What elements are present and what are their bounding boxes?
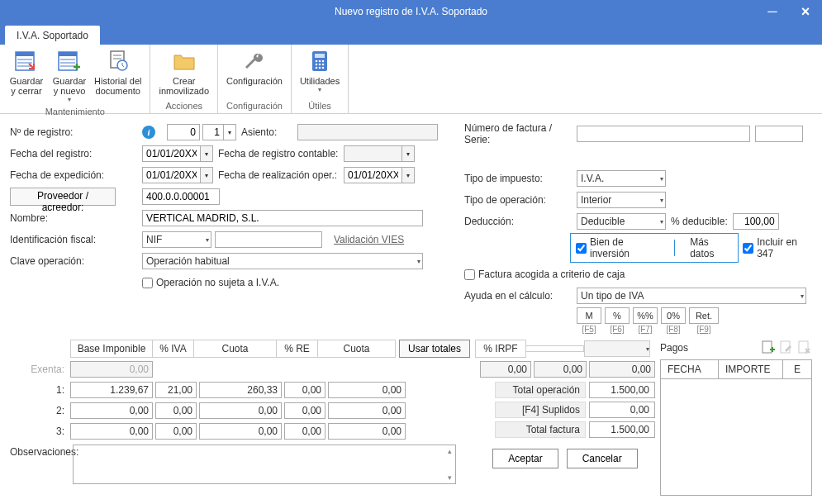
label-deduccion: Deducción: bbox=[464, 216, 577, 227]
label-observaciones: Observaciones: bbox=[10, 445, 73, 484]
n-registro-b-input[interactable] bbox=[202, 124, 224, 140]
r3-piva[interactable]: 0,00 bbox=[155, 423, 197, 440]
calc-m-button[interactable]: M bbox=[577, 307, 601, 324]
titlebar: Nuevo registro de I.V.A. Soportado ─ × bbox=[0, 0, 822, 23]
deduccion-combo[interactable]: Deducible▾ bbox=[577, 213, 666, 230]
label-asiento: Asiento: bbox=[236, 126, 297, 138]
svg-point-17 bbox=[319, 60, 321, 63]
fecha-expedicion-input[interactable] bbox=[142, 167, 200, 183]
exenta-base[interactable]: 0,00 bbox=[70, 361, 153, 378]
suplidos[interactable]: 0,00 bbox=[589, 402, 655, 418]
clave-op-combo[interactable]: Operación habitual▾ bbox=[142, 253, 423, 269]
calc-zero-button[interactable]: 0% bbox=[661, 307, 686, 324]
page-add-icon[interactable] bbox=[761, 340, 776, 355]
tipo-operacion-combo[interactable]: Interior▾ bbox=[577, 192, 666, 208]
page-edit-icon[interactable] bbox=[779, 340, 794, 355]
tab-iva-soportado[interactable]: I.V.A. Soportado bbox=[5, 26, 100, 45]
fecha-registro-input[interactable] bbox=[142, 145, 200, 162]
pct-deducible-input[interactable] bbox=[733, 213, 779, 230]
r1-cuota2[interactable]: 0,00 bbox=[328, 382, 406, 398]
fecha-expedicion-drop[interactable]: ▾ bbox=[200, 167, 213, 183]
label-n-registro: Nº de registro: bbox=[10, 126, 142, 138]
irpf-b[interactable]: 0,00 bbox=[534, 361, 587, 378]
incluir-347-checkbox[interactable] bbox=[743, 243, 753, 254]
aceptar-button[interactable]: Aceptar bbox=[492, 449, 558, 468]
label-tipo-impuesto: Tipo de impuesto: bbox=[464, 173, 577, 184]
r2-cuota2[interactable]: 0,00 bbox=[328, 402, 406, 419]
factura-caja-checkbox[interactable] bbox=[464, 269, 475, 280]
proveedor-input[interactable] bbox=[142, 188, 220, 205]
cancelar-button[interactable]: Cancelar bbox=[567, 449, 638, 468]
n-registro-drop[interactable]: ▾ bbox=[224, 124, 236, 140]
r1-pre[interactable]: 0,00 bbox=[284, 382, 325, 398]
r2-pre[interactable]: 0,00 bbox=[284, 402, 325, 419]
r2-cuota[interactable]: 0,00 bbox=[199, 402, 282, 419]
save-new-icon bbox=[56, 48, 83, 74]
n-registro-a-input[interactable] bbox=[167, 124, 200, 140]
guardar-nuevo-button[interactable]: Guardar y nuevo ▾ bbox=[48, 46, 91, 105]
mas-datos-link[interactable]: Más datos bbox=[690, 236, 732, 259]
fecha-reg-contable-drop[interactable]: ▾ bbox=[401, 145, 415, 162]
irpf-a[interactable]: 0,00 bbox=[480, 361, 531, 378]
close-button[interactable]: × bbox=[789, 0, 822, 23]
ayuda-calculo-combo[interactable]: Un tipo de IVA▾ bbox=[577, 288, 806, 304]
r1-piva[interactable]: 21,00 bbox=[155, 382, 197, 398]
fecha-reg-contable-input[interactable] bbox=[344, 145, 401, 162]
calc-ret-button[interactable]: Ret. bbox=[689, 307, 719, 324]
page-delete-icon[interactable] bbox=[797, 340, 812, 355]
label-suplidos[interactable]: [F4] Suplidos bbox=[495, 402, 586, 418]
wrench-icon bbox=[241, 48, 268, 74]
tipo-impuesto-combo[interactable]: I.V.A.▾ bbox=[577, 170, 666, 187]
ribbon: Guardar y cerrar Guardar y nuevo ▾ Histo… bbox=[0, 45, 822, 114]
svg-rect-15 bbox=[315, 54, 325, 58]
row-1-label: 1: bbox=[10, 384, 68, 396]
label-bien-inversion: Bien de inversión bbox=[590, 236, 659, 259]
utilidades-button[interactable]: Utilidades ▾ bbox=[297, 46, 343, 99]
num-factura-input[interactable] bbox=[577, 126, 750, 142]
id-fiscal-input[interactable] bbox=[215, 231, 322, 248]
info-icon[interactable]: i bbox=[142, 126, 155, 139]
r1-base[interactable]: 1.239,67 bbox=[70, 382, 153, 398]
dropdown-icon: ▾ bbox=[318, 86, 321, 93]
configuracion-button[interactable]: Configuración bbox=[223, 46, 286, 99]
total-factura: 1.500,00 bbox=[589, 421, 655, 438]
r3-cuota[interactable]: 0,00 bbox=[199, 423, 282, 440]
proveedor-button[interactable]: Proveedor / acreedor: bbox=[10, 188, 116, 206]
serie-input[interactable] bbox=[755, 126, 803, 142]
r3-pre[interactable]: 0,00 bbox=[284, 423, 325, 440]
usar-totales-button[interactable]: Usar totales bbox=[399, 340, 470, 358]
crear-inmovilizado-button[interactable]: Crear inmovilizado bbox=[155, 46, 212, 99]
fecha-real-oper-drop[interactable]: ▾ bbox=[401, 167, 415, 183]
calc-pctpct-button[interactable]: %% bbox=[633, 307, 658, 324]
r2-base[interactable]: 0,00 bbox=[70, 402, 153, 419]
pagos-title: Pagos bbox=[660, 342, 758, 354]
asiento-input[interactable] bbox=[297, 124, 438, 140]
col-base: Base Imponible bbox=[70, 340, 153, 358]
calc-pct-button[interactable]: % bbox=[605, 307, 630, 324]
minimize-button[interactable]: ─ bbox=[756, 0, 789, 23]
pagos-grid[interactable]: FECHA IMPORTE E bbox=[660, 359, 812, 496]
ribbon-group-mantenimiento: Mantenimiento bbox=[5, 105, 145, 119]
history-icon bbox=[105, 48, 131, 74]
irpf-c[interactable]: 0,00 bbox=[589, 361, 655, 378]
irpf-combo[interactable]: ▾ bbox=[584, 340, 650, 357]
svg-point-21 bbox=[322, 64, 325, 66]
historial-button[interactable]: Historial del documento bbox=[91, 46, 145, 105]
r2-piva[interactable]: 0,00 bbox=[155, 402, 197, 419]
window-title: Nuevo registro de I.V.A. Soportado bbox=[335, 6, 487, 17]
guardar-cerrar-button[interactable]: Guardar y cerrar bbox=[5, 46, 48, 105]
r1-cuota[interactable]: 260,33 bbox=[199, 382, 282, 398]
r3-cuota2[interactable]: 0,00 bbox=[328, 423, 406, 440]
pagos-col-importe: IMPORTE bbox=[719, 360, 783, 378]
validacion-vies-link[interactable]: Validación VIES bbox=[334, 234, 404, 245]
scroll-down-icon[interactable]: ▾ bbox=[444, 472, 455, 483]
id-fiscal-tipo-combo[interactable]: NIF▾ bbox=[142, 231, 211, 248]
observaciones-textarea[interactable]: ▴ ▾ bbox=[73, 445, 456, 484]
op-no-sujeta-checkbox[interactable] bbox=[142, 278, 153, 288]
fecha-registro-drop[interactable]: ▾ bbox=[200, 145, 213, 162]
nombre-input[interactable] bbox=[142, 210, 423, 226]
fecha-real-oper-input[interactable] bbox=[344, 167, 401, 183]
r3-base[interactable]: 0,00 bbox=[70, 423, 153, 440]
bien-inversion-checkbox[interactable] bbox=[576, 243, 587, 254]
scroll-up-icon[interactable]: ▴ bbox=[444, 445, 455, 457]
